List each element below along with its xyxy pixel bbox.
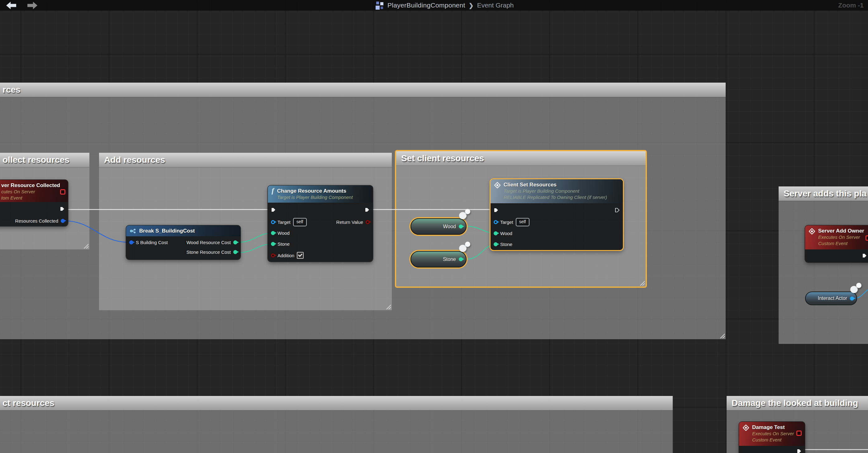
node-subtitle: Executes On Server bbox=[752, 430, 794, 437]
pin-label: Return Value bbox=[336, 220, 363, 225]
addition-checkbox[interactable] bbox=[297, 252, 304, 259]
custom-event-icon bbox=[743, 425, 749, 431]
forward-arrow-button[interactable] bbox=[27, 2, 37, 9]
node-subtitle: RELIABLE Replicated To Owning Client (if… bbox=[504, 194, 607, 200]
replicated-indicator bbox=[60, 189, 65, 195]
breadcrumb-graph-name[interactable]: Event Graph bbox=[477, 2, 514, 9]
node-title: ver Resource Collected bbox=[1, 182, 60, 189]
blueprint-icon bbox=[376, 1, 384, 10]
node-title: Client Set Resources bbox=[504, 182, 607, 188]
building-cost-pin[interactable] bbox=[129, 240, 133, 245]
breadcrumb-bar: PlayerBuildingComponent ❯ Event Graph Zo… bbox=[0, 0, 868, 10]
node-change-resource-amounts[interactable]: f Change Resource Amounts Target is Play… bbox=[268, 186, 373, 261]
stone-pin[interactable] bbox=[271, 242, 275, 246]
node-subtitle: tom Event bbox=[1, 195, 60, 201]
node-get-interact-actor[interactable]: Interact Actor bbox=[805, 291, 857, 305]
replicated-indicator bbox=[866, 235, 868, 241]
pin-label: Stone bbox=[278, 241, 290, 247]
node-get-wood[interactable]: Wood bbox=[410, 218, 467, 235]
node-title: Server Add Owner bbox=[818, 228, 864, 234]
pin-label: Wood Resource Cost bbox=[187, 240, 231, 245]
target-self-value[interactable]: self bbox=[516, 218, 529, 226]
pin-label: Stone Resource Cost bbox=[186, 249, 231, 255]
wood-output-pin[interactable] bbox=[459, 224, 463, 229]
return-value-pin[interactable] bbox=[366, 220, 370, 224]
pin-label: S Building Cost bbox=[136, 240, 168, 245]
node-server-resource-collected[interactable]: ver Resource Collected cutes On Server t… bbox=[0, 180, 68, 226]
function-icon: f bbox=[272, 188, 274, 194]
node-server-add-owner[interactable]: Server Add Owner Executes On Server Cust… bbox=[805, 225, 868, 262]
back-arrow-button[interactable] bbox=[6, 2, 16, 9]
interact-actor-pin[interactable] bbox=[850, 296, 854, 301]
node-subtitle: Custom Event bbox=[818, 240, 864, 247]
pin-label: Wood bbox=[278, 230, 290, 236]
pin-label: Resources Collected bbox=[15, 218, 58, 224]
node-title: Damage Test bbox=[752, 424, 794, 430]
exec-in-pin[interactable] bbox=[494, 208, 499, 213]
break-struct-icon bbox=[130, 228, 136, 234]
exec-in-pin[interactable] bbox=[271, 207, 276, 212]
node-title: Break S_BuildingCost bbox=[139, 228, 195, 234]
target-self-value[interactable]: self bbox=[293, 218, 307, 226]
breadcrumb: PlayerBuildingComponent ❯ Event Graph bbox=[376, 1, 514, 10]
zoom-level-indicator: Zoom -1 bbox=[838, 2, 864, 9]
node-title: Change Resource Amounts bbox=[277, 188, 353, 194]
exec-out-pin[interactable] bbox=[60, 206, 65, 211]
pin-label: Stone bbox=[500, 242, 512, 247]
pin-label: Target bbox=[500, 220, 513, 225]
node-client-set-resources[interactable]: Client Set Resources Target is Player Bu… bbox=[491, 179, 623, 250]
node-subtitle: cutes On Server bbox=[1, 189, 60, 195]
node-damage-test[interactable]: Damage Test Executes On Server Custom Ev… bbox=[739, 422, 805, 453]
variable-label: Stone bbox=[443, 257, 456, 262]
exec-out-pin[interactable] bbox=[365, 207, 370, 212]
exec-out-pin[interactable] bbox=[615, 208, 620, 213]
addition-pin[interactable] bbox=[271, 253, 275, 257]
variable-label: Wood bbox=[443, 224, 456, 229]
node-subtitle: Custom Event bbox=[752, 437, 794, 443]
replicated-indicator bbox=[796, 430, 802, 436]
stone-pin[interactable] bbox=[494, 242, 498, 246]
breadcrumb-blueprint-name[interactable]: PlayerBuildingComponent bbox=[388, 2, 465, 9]
node-subtitle: Target is Player Building Component bbox=[277, 194, 353, 200]
wood-pin[interactable] bbox=[271, 231, 275, 235]
target-pin[interactable] bbox=[494, 220, 498, 224]
node-subtitle: Executes On Server bbox=[818, 234, 864, 240]
node-get-stone[interactable]: Stone bbox=[410, 251, 467, 267]
stone-output-pin[interactable] bbox=[459, 257, 463, 261]
custom-event-icon bbox=[809, 228, 815, 234]
node-subtitle: Target is Player Building Component bbox=[504, 188, 607, 194]
pin-label: Target bbox=[278, 220, 290, 225]
chevron-right-icon: ❯ bbox=[469, 2, 474, 9]
exec-out-pin[interactable] bbox=[862, 253, 867, 258]
wood-pin[interactable] bbox=[494, 231, 498, 235]
wood-cost-pin[interactable] bbox=[233, 240, 237, 245]
exec-out-pin[interactable] bbox=[797, 449, 802, 453]
resources-collected-pin[interactable] bbox=[61, 219, 65, 223]
variable-label: Interact Actor bbox=[818, 295, 847, 301]
graph-canvas[interactable]: rces ollect resources Add resources Set … bbox=[0, 0, 868, 453]
pin-label: Addition bbox=[278, 253, 294, 258]
stone-cost-pin[interactable] bbox=[233, 250, 237, 254]
pin-label: Wood bbox=[500, 231, 512, 236]
target-pin[interactable] bbox=[271, 220, 275, 224]
custom-event-icon bbox=[494, 182, 500, 188]
node-break-buildingcost[interactable]: Break S_BuildingCost S Building Cost Woo… bbox=[126, 225, 241, 259]
